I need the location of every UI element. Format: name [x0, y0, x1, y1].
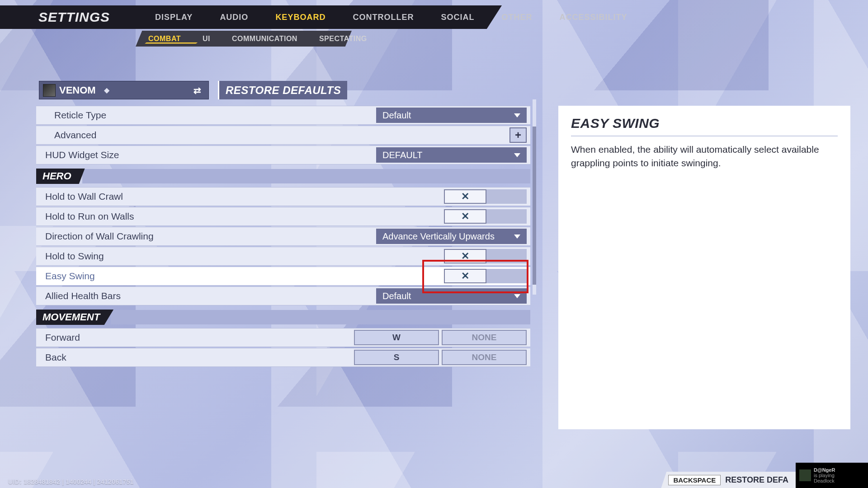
footer-key: BACKSPACE: [668, 475, 721, 485]
forward-primary-key[interactable]: W: [354, 330, 439, 345]
hero-portrait-icon: [43, 84, 56, 97]
top-nav: DISPLAY AUDIO KEYBOARD CONTROLLER SOCIAL…: [155, 13, 627, 22]
diamond-icon: ◆: [104, 86, 109, 94]
settings-list: Reticle Type Default Advanced + HUD Widg…: [36, 106, 530, 429]
hud-widget-label: HUD Widget Size: [45, 150, 119, 160]
row-run-walls[interactable]: Hold to Run on Walls ✕: [36, 207, 530, 226]
footer: BACKSPACE RESTORE DEFA D@NgeR is playing…: [661, 463, 868, 488]
x-icon: ✕: [461, 250, 469, 262]
tab-other[interactable]: OTHER: [501, 13, 532, 22]
run-walls-toggle[interactable]: ✕: [444, 209, 527, 224]
row-direction[interactable]: Direction of Wall Crawling Advance Verti…: [36, 227, 530, 246]
allied-hp-dropdown[interactable]: Default: [376, 288, 527, 304]
reticle-type-label: Reticle Type: [54, 110, 106, 121]
selector-row: VENOM ◆ ⇄ RESTORE DEFAULTS: [39, 81, 868, 99]
tab-accessibility[interactable]: ACCESSIBILITY: [559, 13, 627, 22]
hold-swing-label: Hold to Swing: [45, 251, 104, 262]
wall-crawl-toggle[interactable]: ✕: [444, 189, 527, 204]
direction-label: Direction of Wall Crawling: [45, 231, 154, 242]
subtab-ui[interactable]: UI: [203, 35, 210, 43]
subtab-underline: [145, 42, 198, 44]
x-icon: ✕: [461, 211, 469, 222]
x-icon: ✕: [461, 191, 469, 202]
avatar: [799, 469, 811, 481]
info-title: EASY SWING: [571, 116, 838, 136]
sub-tabs: COMBAT UI COMMUNICATION SPECTATING: [136, 31, 868, 47]
tab-audio[interactable]: AUDIO: [220, 13, 248, 22]
section-hero: HERO: [36, 167, 530, 185]
chevron-down-icon: [514, 294, 520, 298]
chevron-down-icon: [514, 153, 520, 157]
section-fill: [111, 310, 530, 324]
x-icon: ✕: [461, 270, 469, 282]
allied-hp-value: Default: [382, 291, 411, 301]
hold-swing-toggle[interactable]: ✕: [444, 249, 527, 263]
back-primary-key[interactable]: S: [354, 350, 439, 365]
chevron-down-icon: [514, 235, 520, 239]
footer-hint: BACKSPACE RESTORE DEFA: [661, 472, 796, 488]
tab-controller[interactable]: CONTROLLER: [353, 13, 414, 22]
notif-name: D@NgeR: [814, 467, 835, 473]
reticle-type-dropdown[interactable]: Default: [376, 108, 527, 123]
subtab-communication[interactable]: COMMUNICATION: [232, 35, 297, 43]
subtab-combat[interactable]: COMBAT: [148, 35, 181, 43]
advanced-expand-button[interactable]: +: [509, 127, 527, 143]
uid-text: UID: 1828481842 | 1400244 | 2412061751: [8, 478, 134, 485]
page-title: SETTINGS: [38, 9, 110, 25]
row-forward[interactable]: Forward W NONE: [36, 328, 530, 347]
main: Reticle Type Default Advanced + HUD Widg…: [36, 106, 868, 429]
subtab-spectating[interactable]: SPECTATING: [319, 35, 367, 43]
easy-swing-toggle[interactable]: ✕: [444, 269, 527, 283]
hud-widget-value: DEFAULT: [382, 150, 423, 160]
swap-icon: ⇄: [193, 85, 201, 96]
tab-social[interactable]: SOCIAL: [441, 13, 474, 22]
hud-widget-dropdown[interactable]: DEFAULT: [376, 147, 527, 163]
advanced-label: Advanced: [54, 130, 96, 141]
direction-dropdown[interactable]: Advance Vertically Upwards: [376, 229, 527, 244]
section-movement-label: MOVEMENT: [36, 310, 113, 325]
wall-crawl-label: Hold to Wall Crawl: [45, 191, 123, 202]
back-secondary-key[interactable]: NONE: [442, 350, 527, 365]
row-advanced[interactable]: Advanced +: [36, 126, 530, 145]
notif-status: is playing: [814, 473, 835, 478]
row-easy-swing[interactable]: Easy Swing ✕: [36, 267, 530, 286]
direction-value: Advance Vertically Upwards: [382, 231, 495, 242]
easy-swing-label: Easy Swing: [45, 271, 95, 282]
row-reticle-type[interactable]: Reticle Type Default: [36, 106, 530, 125]
hero-selector[interactable]: VENOM ◆ ⇄: [39, 81, 209, 99]
run-walls-label: Hold to Run on Walls: [45, 211, 134, 222]
topbar: SETTINGS DISPLAY AUDIO KEYBOARD CONTROLL…: [0, 5, 868, 29]
section-movement: MOVEMENT: [36, 308, 530, 326]
row-back[interactable]: Back S NONE: [36, 348, 530, 367]
reticle-type-value: Default: [382, 110, 411, 121]
back-label: Back: [45, 352, 66, 363]
row-wall-crawl[interactable]: Hold to Wall Crawl ✕: [36, 187, 530, 206]
restore-defaults-button[interactable]: RESTORE DEFAULTS: [218, 81, 347, 99]
allied-hp-label: Allied Health Bars: [45, 291, 121, 301]
hero-name: VENOM: [59, 84, 96, 96]
row-hud-widget[interactable]: HUD Widget Size DEFAULT: [36, 145, 530, 164]
tab-display[interactable]: DISPLAY: [155, 13, 193, 22]
info-panel: EASY SWING When enabled, the ability wil…: [558, 106, 850, 429]
chevron-down-icon: [514, 113, 520, 117]
info-body: When enabled, the ability will automatic…: [571, 143, 838, 170]
footer-label: RESTORE DEFA: [725, 475, 788, 485]
section-fill: [82, 169, 530, 183]
friend-notification[interactable]: D@NgeR is playing Deadlock: [796, 463, 868, 488]
row-hold-swing[interactable]: Hold to Swing ✕: [36, 247, 530, 266]
notif-game: Deadlock: [814, 478, 835, 483]
subtab-combat-label: COMBAT: [148, 35, 181, 42]
forward-secondary-key[interactable]: NONE: [442, 330, 527, 345]
tab-keyboard[interactable]: KEYBOARD: [275, 13, 326, 22]
forward-label: Forward: [45, 332, 80, 343]
row-allied-hp[interactable]: Allied Health Bars Default: [36, 286, 530, 305]
section-hero-label: HERO: [36, 169, 85, 184]
